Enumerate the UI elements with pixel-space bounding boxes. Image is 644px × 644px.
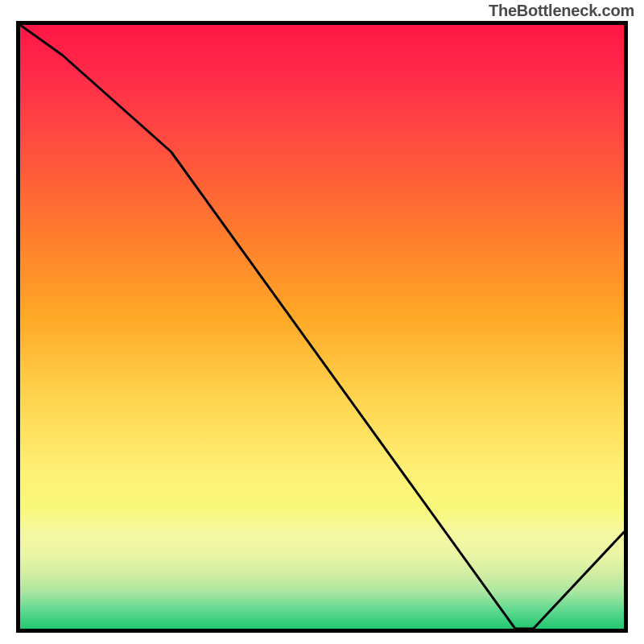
chart-line-layer — [20, 25, 624, 629]
watermark-text: TheBottleneck.com — [489, 2, 634, 20]
series-curve — [20, 25, 624, 629]
chart-frame — [16, 21, 628, 633]
